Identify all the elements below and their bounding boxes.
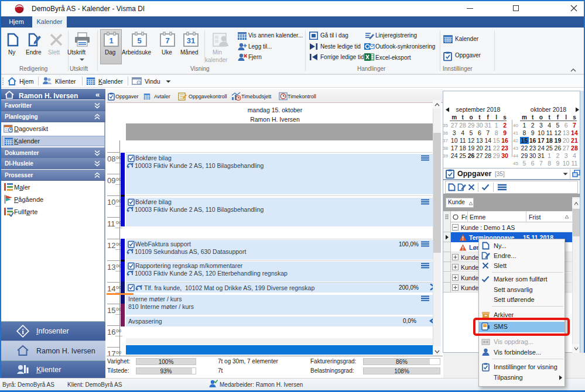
svg-text:31: 31 [187,36,195,45]
svg-text:5: 5 [137,36,141,45]
svg-text:7: 7 [165,36,169,45]
svg-text:1: 1 [109,36,113,45]
svg-text:i: i [22,327,24,336]
